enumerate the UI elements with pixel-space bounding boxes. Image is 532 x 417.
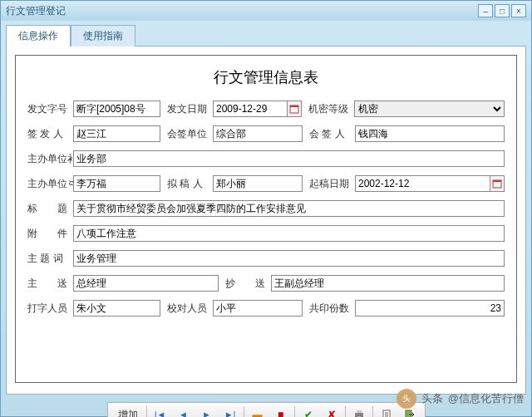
input-doc-no[interactable] (73, 101, 160, 117)
input-copies[interactable] (355, 300, 505, 316)
label-drafter: 拟 稿 人 (167, 177, 213, 191)
label-cosign-unit: 会签单位 (167, 127, 213, 141)
svg-rect-1 (290, 105, 298, 107)
watermark: 头 头条 @信息化苦行僧 (397, 389, 524, 409)
input-keywords[interactable] (73, 250, 505, 267)
confirm-button[interactable]: ✔ (297, 405, 320, 417)
tab-guide[interactable]: 使用指南 (71, 25, 135, 47)
input-host-unit[interactable] (73, 150, 505, 167)
label-copy-send: 抄 送 (225, 277, 271, 291)
input-signer[interactable] (73, 125, 160, 142)
label-doc-no: 发文字号 (27, 102, 73, 116)
add-button[interactable]: 增加 (111, 405, 145, 417)
label-host-unit: 主办单位衤 (27, 152, 73, 166)
label-copies: 共印份数 (309, 302, 355, 316)
input-host-unit-e[interactable] (73, 175, 160, 192)
cancel-button[interactable]: ✘ (320, 405, 343, 417)
svg-rect-3 (493, 180, 501, 182)
input-subject[interactable] (73, 200, 505, 217)
print-button[interactable] (347, 405, 371, 417)
label-draft-date: 起稿日期 (309, 177, 355, 191)
svg-rect-8 (406, 410, 411, 417)
label-proofreader: 校对人员 (167, 302, 213, 316)
calendar-icon[interactable] (490, 175, 505, 192)
label-signer: 签 发 人 (27, 127, 73, 141)
stop-button[interactable]: ■ (269, 405, 293, 417)
edit-button[interactable]: ▬ (246, 405, 269, 417)
nav-next-button[interactable]: ► (195, 405, 219, 417)
window-title: 行文管理登记 (6, 4, 476, 18)
label-typist: 打字人员 (27, 302, 73, 316)
nav-first-button[interactable]: |◄ (149, 405, 172, 417)
input-send-date[interactable] (213, 101, 288, 117)
input-cosign-unit[interactable] (213, 125, 303, 142)
label-send-date: 发文日期 (167, 102, 213, 116)
svg-rect-5 (357, 410, 362, 413)
label-secret: 机密等级 (308, 102, 354, 116)
input-drafter[interactable] (213, 175, 303, 192)
app-window: 行文管理登记 – □ × 信息操作 使用指南 行文管理信息表 发文字号 发文日期… (0, 0, 532, 417)
label-main-send: 主 送 (27, 277, 73, 291)
label-keywords: 主 题 词 (27, 252, 73, 266)
tab-info-ops[interactable]: 信息操作 (6, 25, 71, 47)
watermark-prefix: 头条 (421, 391, 443, 406)
input-main-send[interactable] (73, 275, 219, 292)
label-cosign-person: 会 签 人 (309, 127, 355, 141)
calendar-icon[interactable] (287, 101, 302, 117)
minimize-button[interactable]: – (478, 4, 493, 17)
label-host-unit-e: 主办单位ఠ (27, 177, 73, 191)
form-container: 行文管理信息表 发文字号 发文日期 机密等级 机密 签 发 人 会签单位 会 签 (15, 55, 517, 383)
input-cosign-person[interactable] (355, 125, 505, 142)
maximize-button[interactable]: □ (495, 4, 510, 17)
tab-bar: 信息操作 使用指南 (1, 21, 531, 46)
input-copy-send[interactable] (271, 275, 505, 292)
select-secret[interactable]: 机密 (354, 101, 505, 117)
input-draft-date[interactable] (355, 175, 490, 192)
avatar-icon: 头 (397, 389, 416, 409)
export-button[interactable] (375, 405, 398, 417)
nav-last-button[interactable]: ►| (219, 405, 242, 417)
main-panel: 行文管理信息表 发文字号 发文日期 机密等级 机密 签 发 人 会签单位 会 签 (6, 46, 526, 395)
nav-prev-button[interactable]: ◄ (172, 405, 195, 417)
watermark-author: @信息化苦行僧 (448, 391, 524, 406)
label-attach: 附 件 (27, 227, 73, 241)
titlebar: 行文管理登记 – □ × (1, 1, 531, 21)
form-title: 行文管理信息表 (27, 67, 505, 87)
input-proofreader[interactable] (213, 300, 303, 316)
input-typist[interactable] (73, 300, 160, 316)
input-attach[interactable] (73, 225, 505, 242)
close-button[interactable]: × (511, 4, 526, 17)
label-subject: 标 题 (27, 202, 73, 216)
